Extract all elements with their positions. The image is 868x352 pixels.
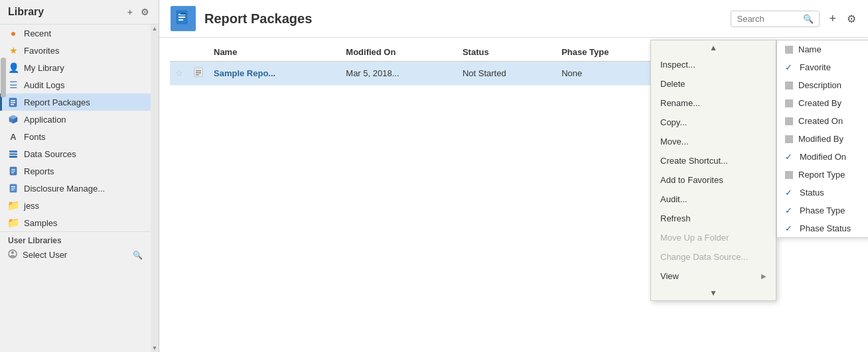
rp-icon xyxy=(171,6,196,31)
svg-rect-18 xyxy=(11,190,14,190)
col-header-name[interactable]: Name xyxy=(208,43,340,62)
col-menu-item-modified-by[interactable]: Modified By xyxy=(777,130,868,148)
svg-rect-27 xyxy=(196,70,201,72)
context-menu-item-delete[interactable]: Delete xyxy=(651,74,776,93)
col-menu-item-name[interactable]: Name xyxy=(777,40,868,58)
svg-point-20 xyxy=(11,251,14,254)
col-menu-item-description[interactable]: Description xyxy=(777,76,868,94)
col-header-icon xyxy=(188,43,208,62)
sidebar-item-label-audit-logs: Audit Logs xyxy=(24,80,64,90)
col-menu-item-created-on[interactable]: Created On xyxy=(777,112,868,130)
sidebar-item-audit-logs[interactable]: ☰ Audit Logs xyxy=(0,76,151,93)
font-icon: A xyxy=(8,131,19,142)
col-menu-item-phase-status[interactable]: ✓ Phase Status xyxy=(777,219,868,237)
context-menu-label-delete: Delete xyxy=(660,79,686,89)
header-settings-button[interactable]: ⚙ xyxy=(845,11,857,27)
context-menu-item-create-shortcut[interactable]: Create Shortcut... xyxy=(651,151,776,170)
sidebar-item-disclosure[interactable]: Disclosure Manage... xyxy=(0,180,151,197)
sidebar-item-favorites[interactable]: ★ Favorites xyxy=(0,42,151,59)
list-icon: ☰ xyxy=(8,80,19,90)
row-modified-cell: Mar 5, 2018... xyxy=(340,62,457,86)
col-checkmark-phase-status: ✓ xyxy=(785,223,794,233)
person-icon: 👤 xyxy=(8,62,19,73)
col-header-modified-on[interactable]: Modified On xyxy=(340,43,457,62)
sidebar-item-label-reports: Reports xyxy=(24,166,54,176)
col-check-square-created-on xyxy=(785,117,793,125)
header-add-button[interactable]: + xyxy=(828,11,837,27)
sidebar-settings-button[interactable]: ⚙ xyxy=(139,5,151,19)
folder-icon-jess: 📁 xyxy=(8,200,19,211)
context-menu-item-inspect[interactable]: Inspect... xyxy=(651,55,776,74)
sidebar-item-label-report-packages: Report Packages xyxy=(24,97,90,107)
cube-icon xyxy=(8,114,19,125)
search-icon[interactable]: 🔍 xyxy=(803,14,814,24)
select-user-item[interactable]: Select User 🔍 xyxy=(0,247,151,263)
sidebar-item-samples[interactable]: 📁 Samples xyxy=(0,214,151,231)
row-status-cell: Not Started xyxy=(457,62,556,86)
context-menu-item-refresh[interactable]: Refresh xyxy=(651,209,776,228)
row-name-cell[interactable]: Sample Repo... xyxy=(208,62,340,86)
context-menu-item-move[interactable]: Move... xyxy=(651,132,776,151)
sidebar-item-my-library[interactable]: 👤 My Library xyxy=(0,59,151,76)
scroll-up-arrow[interactable]: ▲ xyxy=(151,25,158,32)
sidebar-item-fonts[interactable]: A Fonts xyxy=(0,128,151,145)
context-menu-label-view: View xyxy=(660,271,679,281)
col-check-square-created-by xyxy=(785,99,793,107)
sidebar-item-jess[interactable]: 📁 jess xyxy=(0,197,151,214)
col-menu-item-report-type[interactable]: Report Type xyxy=(777,166,868,184)
col-header-status[interactable]: Status xyxy=(457,43,556,62)
row-star-cell[interactable]: ☆ xyxy=(170,62,188,86)
context-menu-label-add-favorites: Add to Favorites xyxy=(660,175,723,185)
col-menu-item-created-by[interactable]: Created By xyxy=(777,94,868,112)
context-menu-item-view[interactable]: View ▶ xyxy=(651,266,776,286)
col-check-square-report-type xyxy=(785,171,793,179)
col-menu-label-name: Name xyxy=(798,44,822,54)
context-menu-item-audit[interactable]: Audit... xyxy=(651,190,776,209)
row-name-link[interactable]: Sample Repo... xyxy=(214,68,275,78)
col-menu-item-status[interactable]: ✓ Status xyxy=(777,184,868,202)
col-menu-item-favorite[interactable]: ✓ Favorite xyxy=(777,58,868,76)
report-pkg-icon xyxy=(8,97,19,107)
col-menu-item-modified-on[interactable]: ✓ Modified On xyxy=(777,148,868,166)
col-menu-item-phase-type[interactable]: ✓ Phase Type xyxy=(777,202,868,219)
context-menu-scroll-up[interactable]: ▲ xyxy=(651,40,776,55)
col-menu-label-status: Status xyxy=(800,188,824,198)
context-menu-label-move-up: Move Up a Folder xyxy=(660,233,729,243)
sidebar-item-report-packages[interactable]: Report Packages xyxy=(0,93,151,111)
sidebar-item-reports[interactable]: Reports xyxy=(0,162,151,180)
datasrc-icon xyxy=(8,148,19,159)
context-menu-item-copy[interactable]: Copy... xyxy=(651,113,776,132)
context-menu-label-move: Move... xyxy=(660,137,689,147)
scroll-down-arrow[interactable]: ▼ xyxy=(151,344,158,352)
svg-rect-1 xyxy=(11,100,15,101)
sidebar-item-recent[interactable]: ● Recent xyxy=(0,25,151,42)
sidebar-item-label-my-library: My Library xyxy=(24,63,64,73)
svg-rect-3 xyxy=(11,104,14,105)
col-menu-label-phase-type: Phase Type xyxy=(800,205,845,215)
sidebar-add-button[interactable]: + xyxy=(126,5,134,19)
context-menu-item-add-favorites[interactable]: Add to Favorites xyxy=(651,170,776,190)
col-checkmark-favorite: ✓ xyxy=(785,62,794,72)
sidebar-items-inner: ● Recent ★ Favorites 👤 My Library ☰ Audi… xyxy=(0,25,151,352)
sidebar-items-wrapper: ● Recent ★ Favorites 👤 My Library ☰ Audi… xyxy=(0,25,159,352)
search-input[interactable] xyxy=(737,14,803,24)
scrollbar-thumb[interactable] xyxy=(1,58,6,97)
sidebar-item-application[interactable]: Application xyxy=(0,111,151,128)
context-menu-item-change-datasrc: Change Data Source... xyxy=(651,247,776,266)
context-menu-item-rename[interactable]: Rename... xyxy=(651,93,776,113)
context-menu-label-inspect: Inspect... xyxy=(660,60,695,70)
context-menu-scroll-down[interactable]: ▼ xyxy=(651,286,776,300)
sidebar-item-label-jess: jess xyxy=(24,201,39,211)
sidebar-scrollbar[interactable]: ▲ ▼ xyxy=(151,25,159,352)
context-menu-label-change-datasrc: Change Data Source... xyxy=(660,252,748,262)
col-menu-label-modified-on: Modified On xyxy=(800,152,846,162)
select-user-search-icon[interactable]: 🔍 xyxy=(133,251,143,260)
search-box[interactable]: 🔍 xyxy=(731,11,820,27)
row-icon-cell xyxy=(188,62,208,86)
sidebar-item-data-sources[interactable]: Data Sources xyxy=(0,145,151,162)
folder-icon-samples: 📁 xyxy=(8,217,19,228)
user-libraries-section: User Libraries xyxy=(0,231,151,247)
reports-icon xyxy=(8,166,19,176)
col-menu-label-created-on: Created On xyxy=(798,116,843,126)
col-header-phase-type[interactable]: Phase Type xyxy=(556,43,662,62)
